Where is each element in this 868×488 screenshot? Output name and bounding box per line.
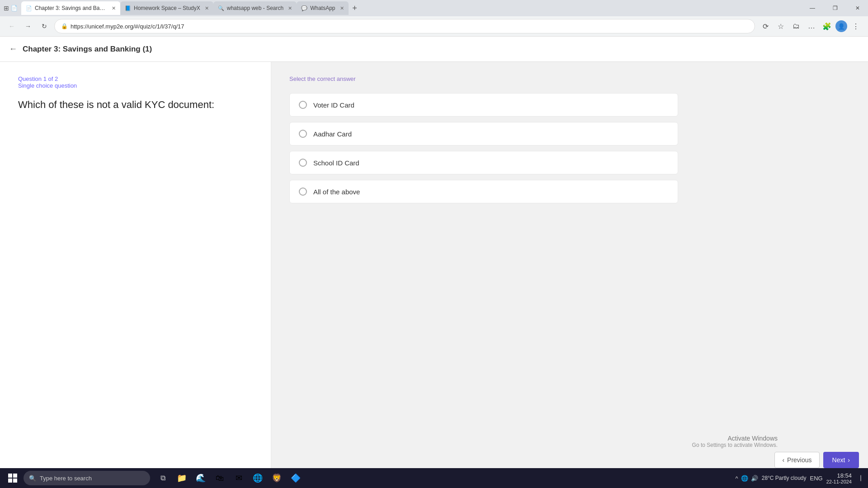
left-panel: Question 1 of 2 Single choice question W… <box>0 62 271 479</box>
radio-school-id[interactable] <box>299 159 307 167</box>
option-school-id[interactable]: School ID Card <box>289 151 678 174</box>
back-button[interactable]: ← <box>5 20 18 33</box>
previous-button[interactable]: ‹ Previous <box>774 452 819 468</box>
option-text-school-id: School ID Card <box>313 159 359 167</box>
taskbar-items: ⧉ 📁 🌊 🛍 ✉ 🌐 🦁 🔷 <box>154 469 305 487</box>
tab-close-3[interactable]: ✕ <box>288 5 292 11</box>
system-tray: ^ 🌐 🔊 <box>736 475 758 482</box>
star-icon[interactable]: ☆ <box>774 19 788 33</box>
taskbar-file-explorer[interactable]: 📁 <box>173 469 191 487</box>
back-arrow-icon[interactable]: ← <box>9 44 17 54</box>
close-button[interactable]: ✕ <box>847 1 868 15</box>
prev-arrow-icon: ‹ <box>782 456 784 464</box>
taskbar-edge[interactable]: 🌊 <box>192 469 210 487</box>
tab-label-1: Chapter 3: Savings and Banking ... <box>35 5 107 11</box>
tab-close-1[interactable]: ✕ <box>112 5 116 11</box>
activate-subtitle: Go to Settings to activate Windows. <box>692 442 778 448</box>
taskbar-store[interactable]: 🛍 <box>211 469 229 487</box>
option-voter-id[interactable]: Voter ID Card <box>289 93 678 117</box>
option-text-all-above: All of the above <box>313 188 360 196</box>
option-text-voter-id: Voter ID Card <box>313 101 354 109</box>
extensions-icon[interactable]: 🧩 <box>820 19 834 33</box>
next-label: Next <box>832 456 845 464</box>
browser-sync-icon[interactable]: ⟳ <box>759 19 772 33</box>
weather-text: 28°C Partly cloudy <box>762 475 807 481</box>
taskbar-right: ^ 🌐 🔊 28°C Partly cloudy ENG 18:54 22-11… <box>736 472 864 484</box>
profile-icon[interactable]: 👤 <box>835 20 847 32</box>
more-icon[interactable]: … <box>805 19 818 33</box>
search-placeholder: Type here to search <box>40 475 92 482</box>
tab-label-2: Homework Space – StudyX <box>134 5 200 11</box>
tab-label-4: WhatsApp <box>310 5 335 11</box>
nav-footer: ‹ Previous Next › <box>774 452 859 468</box>
radio-aadhar[interactable] <box>299 130 307 138</box>
tab-studyx[interactable]: 📘 Homework Space – StudyX ✕ <box>120 1 213 15</box>
radio-all-above[interactable] <box>299 188 307 196</box>
search-icon: 🔍 <box>29 475 36 482</box>
maximize-button[interactable]: ❐ <box>825 1 845 15</box>
window-controls: — ❐ ✕ <box>802 1 868 15</box>
tabs-bar: ⊞ 📄 📄 Chapter 3: Savings and Banking ...… <box>0 0 868 16</box>
edge-icon: 🌊 <box>196 473 206 483</box>
taskbar: 🔍 Type here to search ⧉ 📁 🌊 🛍 ✉ 🌐 🦁 🔷 <box>0 468 868 488</box>
page-header: ← Chapter 3: Savings and Banking (1) <box>0 37 868 62</box>
refresh-button[interactable]: ↻ <box>38 20 51 33</box>
question-type: Single choice question <box>18 82 253 89</box>
new-tab-button[interactable]: + <box>349 2 361 14</box>
tab-close-2[interactable]: ✕ <box>205 5 209 11</box>
show-desktop-button[interactable]: ▕ <box>855 475 861 481</box>
tab-favicon-4: 💬 <box>301 5 307 11</box>
url-bar[interactable]: 🔒 https://unicef.myp2e.org/#/quiz/c/1/l/… <box>54 19 755 33</box>
taskbar-brave[interactable]: 🦁 <box>268 469 286 487</box>
lock-icon: 🔒 <box>61 23 68 29</box>
forward-button[interactable]: → <box>22 20 34 33</box>
tab-whatsapp[interactable]: 💬 WhatsApp ✕ <box>297 1 348 15</box>
option-list: Voter ID Card Aadhar Card School ID Card… <box>289 93 850 203</box>
taskbar-task-view[interactable]: ⧉ <box>154 469 172 487</box>
activate-title: Activate Windows <box>692 435 778 442</box>
option-aadhar[interactable]: Aadhar Card <box>289 122 678 145</box>
browser-chrome: ⊞ 📄 📄 Chapter 3: Savings and Banking ...… <box>0 0 868 37</box>
file-explorer-icon: 📁 <box>177 473 187 483</box>
activate-watermark: Activate Windows Go to Settings to activ… <box>692 435 778 448</box>
url-text: https://unicef.myp2e.org/#/quiz/c/1/l/37… <box>71 23 184 30</box>
radio-voter-id[interactable] <box>299 101 307 109</box>
option-all-above[interactable]: All of the above <box>289 180 678 203</box>
tab-close-4[interactable]: ✕ <box>340 5 344 11</box>
start-button[interactable] <box>4 469 22 487</box>
window-menu-icon[interactable]: ⊞ <box>4 5 9 12</box>
tab-label-3: whatsapp web - Search <box>227 5 283 11</box>
address-bar: ← → ↻ 🔒 https://unicef.myp2e.org/#/quiz/… <box>0 16 868 36</box>
settings-icon[interactable]: ⋮ <box>849 19 863 33</box>
brave-icon: 🦁 <box>272 473 282 483</box>
tab-chapter3[interactable]: 📄 Chapter 3: Savings and Banking ... ✕ <box>21 1 120 15</box>
tab-favicon-2: 📘 <box>125 5 131 11</box>
clock[interactable]: 18:54 22-11-2024 <box>826 472 852 484</box>
select-label: Select the correct answer <box>289 75 850 82</box>
next-button[interactable]: Next › <box>823 452 859 468</box>
chrome-icon: 🌐 <box>253 473 263 483</box>
collection-icon[interactable]: 🗂 <box>789 19 803 33</box>
minimize-button[interactable]: — <box>802 1 823 15</box>
mail-icon: ✉ <box>234 473 244 483</box>
next-arrow-icon: › <box>848 456 850 464</box>
network-icon[interactable]: 🌐 <box>741 475 748 482</box>
volume-icon[interactable]: 🔊 <box>751 475 758 482</box>
clock-time: 18:54 <box>826 472 852 479</box>
taskbar-chrome[interactable]: 🌐 <box>249 469 267 487</box>
question-text: Which of these is not a valid KYC docume… <box>18 98 253 112</box>
tab-favicon-3: 🔍 <box>218 5 224 11</box>
taskbar-app7[interactable]: 🔷 <box>287 469 305 487</box>
store-icon: 🛍 <box>215 473 225 483</box>
clock-date: 22-11-2024 <box>826 479 852 484</box>
tab-favicon-1: 📄 <box>26 5 32 11</box>
toolbar-icons: ⟳ ☆ 🗂 … 🧩 👤 ⋮ <box>759 19 863 33</box>
app7-icon: 🔷 <box>291 473 301 483</box>
page-title: Chapter 3: Savings and Banking (1) <box>23 45 152 54</box>
tray-arrow-icon[interactable]: ^ <box>736 475 738 482</box>
taskbar-search[interactable]: 🔍 Type here to search <box>24 471 150 485</box>
taskbar-mail[interactable]: ✉ <box>230 469 248 487</box>
tab-whatsapp-search[interactable]: 🔍 whatsapp web - Search ✕ <box>213 1 297 15</box>
main-content: Question 1 of 2 Single choice question W… <box>0 62 868 479</box>
task-view-icon: ⧉ <box>158 473 168 483</box>
